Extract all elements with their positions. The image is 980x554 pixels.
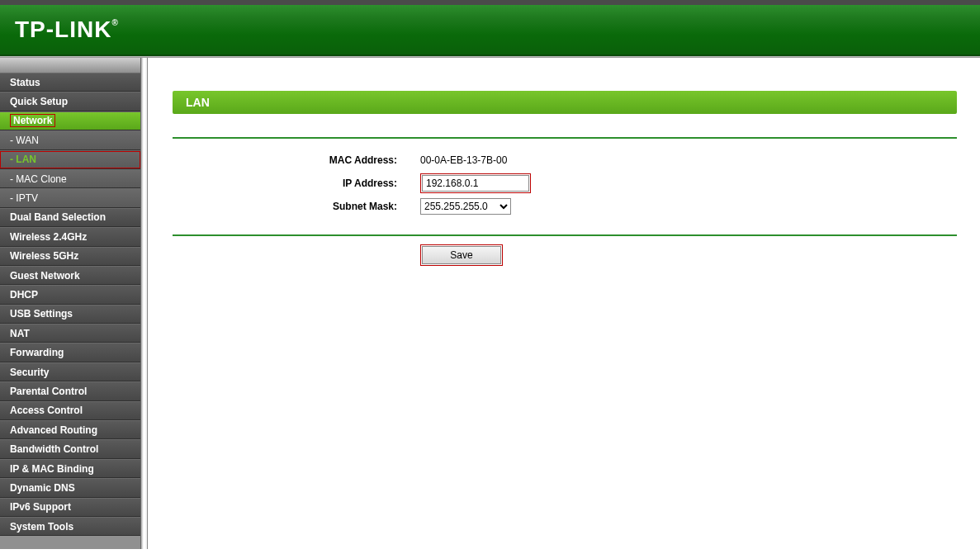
sidebar-item-quick-setup[interactable]: Quick Setup [0, 92, 140, 111]
sidebar-item-bandwidth-control[interactable]: Bandwidth Control [0, 439, 140, 458]
vertical-divider [140, 58, 148, 549]
highlight-save-button: Save [420, 244, 503, 266]
content-container: Status Quick Setup Network - WAN - LAN -… [0, 58, 980, 549]
section-rule-top [173, 137, 957, 139]
sidebar-item-ipv6-support[interactable]: IPv6 Support [0, 498, 140, 517]
ip-address-input[interactable] [422, 175, 529, 192]
sidebar-item-status[interactable]: Status [0, 73, 140, 92]
section-rule-bottom [173, 234, 957, 236]
row-ip-address: IP Address: [173, 172, 957, 195]
sidebar-menu: Status Quick Setup Network - WAN - LAN -… [0, 73, 140, 536]
sidebar-item-forwarding[interactable]: Forwarding [0, 343, 140, 362]
highlight-ip-input [420, 173, 531, 193]
subnet-mask-select[interactable]: 255.255.255.0 [420, 198, 511, 215]
sidebar-item-wireless-5[interactable]: Wireless 5GHz [0, 247, 140, 266]
value-mac-address: 00-0A-EB-13-7B-00 [420, 154, 507, 166]
app-header: TP-LINK® [0, 0, 980, 56]
sidebar-item-mac-clone[interactable]: - MAC Clone [0, 169, 140, 188]
sidebar-item-security[interactable]: Security [0, 362, 140, 381]
label-ip-address: IP Address: [173, 178, 420, 189]
sidebar-item-network[interactable]: Network [0, 111, 140, 130]
sidebar-item-iptv[interactable]: - IPTV [0, 188, 140, 207]
sidebar-item-access-control[interactable]: Access Control [0, 401, 140, 420]
sidebar-item-dual-band[interactable]: Dual Band Selection [0, 208, 140, 227]
sidebar-item-ip-mac-binding[interactable]: IP & MAC Binding [0, 459, 140, 478]
main-content: LAN MAC Address: 00-0A-EB-13-7B-00 IP Ad… [148, 58, 980, 549]
sidebar-item-usb-settings[interactable]: USB Settings [0, 305, 140, 324]
label-mac-address: MAC Address: [173, 154, 420, 166]
sidebar-item-advanced-routing[interactable]: Advanced Routing [0, 420, 140, 439]
lan-form: MAC Address: 00-0A-EB-13-7B-00 IP Addres… [173, 149, 957, 218]
page-title: LAN [173, 91, 957, 114]
sidebar-item-dynamic-dns[interactable]: Dynamic DNS [0, 478, 140, 497]
save-row: Save [173, 244, 957, 266]
sidebar-item-dhcp[interactable]: DHCP [0, 285, 140, 304]
sidebar-item-wan[interactable]: - WAN [0, 130, 140, 149]
sidebar-item-parental-control[interactable]: Parental Control [0, 381, 140, 400]
save-button[interactable]: Save [422, 246, 501, 264]
sidebar-item-system-tools[interactable]: System Tools [0, 517, 140, 536]
brand-logo: TP-LINK® [15, 17, 119, 43]
sidebar-item-wireless-24[interactable]: Wireless 2.4GHz [0, 227, 140, 246]
sidebar-top-gradient [0, 58, 140, 73]
sidebar: Status Quick Setup Network - WAN - LAN -… [0, 58, 140, 549]
row-subnet-mask: Subnet Mask: 255.255.255.0 [173, 195, 957, 218]
sidebar-item-nat[interactable]: NAT [0, 324, 140, 343]
row-mac-address: MAC Address: 00-0A-EB-13-7B-00 [173, 149, 957, 172]
sidebar-item-guest-network[interactable]: Guest Network [0, 266, 140, 285]
label-subnet-mask: Subnet Mask: [173, 201, 420, 212]
sidebar-item-lan[interactable]: - LAN [0, 150, 140, 169]
